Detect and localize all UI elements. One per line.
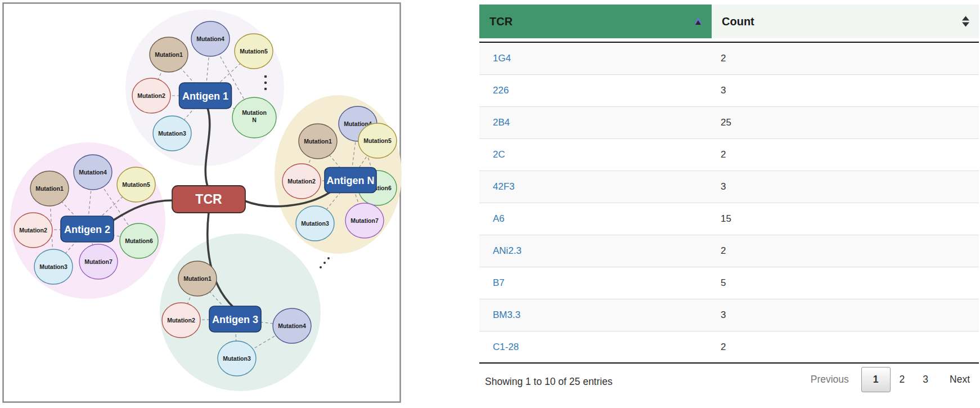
tcr-link[interactable]: 2C [493, 149, 505, 160]
header-divider [479, 38, 979, 43]
tcr-link[interactable]: ANi2.3 [493, 245, 522, 256]
column-header-count-label: Count [722, 15, 754, 28]
mutation-node-label: Mutation3 [158, 130, 186, 137]
page: Mutation1Mutation4Mutation5Mutation2Muta… [0, 0, 980, 408]
next-page-button[interactable]: Next [937, 367, 979, 392]
tcr-cell: ANi2.3 [479, 245, 712, 257]
count-cell: 3 [712, 85, 979, 96]
mutation-node-label: Mutation7 [350, 217, 379, 224]
antigen-box-label: Antigen 1 [182, 91, 228, 102]
pagination: Previous123Next [802, 367, 979, 392]
mutation-node-label: Mutation2 [167, 317, 195, 324]
count-cell: 5 [712, 277, 979, 289]
mutation-node-label: Mutation2 [137, 92, 165, 99]
tcr-cell: B7 [479, 277, 712, 289]
table-row: BM3.33 [479, 299, 979, 331]
tcr-link[interactable]: 1G4 [493, 53, 511, 64]
table-row: B75 [479, 267, 979, 299]
diagonal-ellipsis-dot [320, 266, 322, 268]
showing-entries-info: Showing 1 to 10 of 25 entries [485, 376, 613, 388]
tcr-link[interactable]: B7 [493, 277, 505, 288]
tcr-cell: 2C [479, 149, 712, 160]
table-row: A615 [479, 203, 979, 235]
count-cell: 2 [712, 245, 979, 257]
tcr-cell: 226 [479, 85, 712, 96]
tcr-cell: BM3.3 [479, 310, 712, 321]
mutation-node-label: Mutation2 [19, 227, 47, 234]
mutation-node-label: Mutation3 [39, 263, 68, 270]
tcr-link[interactable]: C1-28 [493, 342, 519, 352]
previous-page-button[interactable]: Previous [802, 367, 861, 392]
mutation-node-label: Mutation5 [122, 181, 150, 188]
tcr-cell: C1-28 [479, 342, 712, 353]
mutation-node-label: Mutation4 [196, 35, 224, 42]
table-row: ANi2.32 [479, 235, 979, 267]
vertical-ellipsis-dot [264, 88, 267, 91]
count-cell: 15 [712, 213, 979, 225]
count-cell: 3 [712, 310, 979, 321]
column-header-count[interactable]: Count [712, 5, 979, 38]
mutation-node-label: Mutation1 [304, 138, 332, 145]
mutation-node-label: Mutation4 [79, 169, 107, 176]
mutation-node-label: Mutation1 [35, 185, 64, 192]
tcr-link[interactable]: A6 [493, 213, 505, 224]
tcr-count-table: TCR Count 1G4222632B4252C [479, 5, 979, 401]
tcr-cell: 2B4 [479, 117, 712, 128]
count-cell: 3 [712, 181, 979, 192]
table-row: C1-282 [479, 331, 979, 364]
diagonal-ellipsis-dot [327, 257, 330, 259]
page-button-3[interactable]: 3 [914, 367, 937, 392]
mutation-node-label: Mutation1 [155, 51, 183, 58]
sort-ascending-icon[interactable] [694, 16, 703, 26]
table-row: 2C2 [479, 139, 979, 171]
tcr-cell: A6 [479, 213, 712, 225]
tcr-cell: 42F3 [479, 181, 712, 192]
mutation-node-label: Mutation5 [363, 137, 392, 144]
table-header-row: TCR Count [479, 5, 979, 38]
tcr-box-label: TCR [195, 192, 222, 207]
table-row: 42F33 [479, 171, 979, 203]
table-footer: Showing 1 to 10 of 25 entries Previous12… [479, 364, 979, 401]
antigen-box-label: Antigen 3 [212, 314, 258, 325]
vertical-ellipsis-dot [264, 82, 267, 84]
page-button-1[interactable]: 1 [861, 367, 891, 392]
sort-both-icon[interactable] [961, 16, 970, 28]
column-header-tcr-label: TCR [489, 15, 513, 28]
mutation-node-label: Mutation2 [287, 178, 316, 185]
count-cell: 2 [712, 53, 979, 64]
count-cell: 25 [712, 117, 979, 128]
column-header-tcr[interactable]: TCR [479, 5, 712, 38]
mutation-node-label: Mutation4 [278, 322, 306, 329]
antigen-box-label: Antigen 2 [64, 224, 110, 235]
tcr-antigen-network-diagram: Mutation1Mutation4Mutation5Mutation2Muta… [0, 0, 405, 408]
mutation-node-label: Mutation1 [183, 275, 212, 282]
mutation-node-label: Mutation3 [301, 220, 329, 227]
tcr-cell: 1G4 [479, 53, 712, 64]
vertical-ellipsis-dot [264, 75, 267, 78]
tcr-link[interactable]: 2B4 [493, 117, 510, 128]
count-cell: 2 [712, 342, 979, 353]
table-row: 2263 [479, 75, 979, 107]
page-button-2[interactable]: 2 [891, 367, 914, 392]
antigen-box-label: Antigen N [327, 175, 375, 186]
tcr-link[interactable]: 42F3 [493, 181, 515, 192]
table-row: 1G42 [479, 43, 979, 75]
tcr-link[interactable]: 226 [493, 85, 509, 96]
count-cell: 2 [712, 149, 979, 160]
mutation-node-label: Mutation6 [125, 237, 153, 244]
diagonal-ellipsis-dot [323, 262, 326, 264]
mutation-node-label: Mutation7 [84, 258, 113, 265]
mutation-node-label: Mutation5 [240, 48, 268, 55]
mutation-node-label: Mutation3 [223, 355, 251, 362]
tcr-link[interactable]: BM3.3 [493, 310, 520, 320]
table-row: 2B425 [479, 107, 979, 139]
table-body: 1G4222632B4252C242F33A615ANi2.32B75BM3.3… [479, 43, 979, 364]
